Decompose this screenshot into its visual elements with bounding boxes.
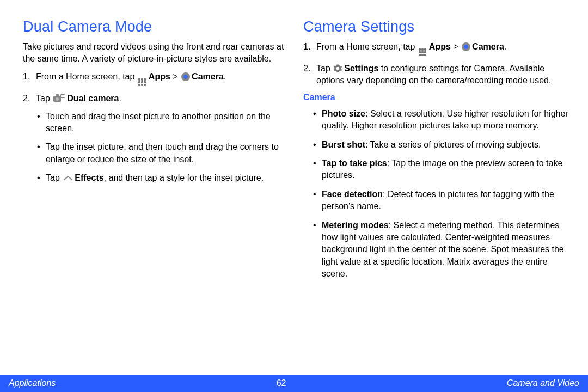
- camera-label: Camera: [472, 42, 504, 51]
- right-step-2: Tap Settings to configure settings for C…: [316, 63, 568, 87]
- text: >: [451, 42, 461, 51]
- camera-options: Photo size: Select a resolution. Use hig…: [303, 108, 568, 280]
- camera-label: Camera: [192, 72, 224, 81]
- text: >: [170, 72, 180, 81]
- right-step-1: From a Home screen, tap Apps > Camera.: [316, 41, 568, 57]
- text: .: [224, 72, 226, 81]
- heading-camera-settings: Camera Settings: [303, 19, 568, 35]
- text: From a Home screen, tap: [36, 72, 137, 81]
- footer-right: Camera and Video: [507, 378, 579, 388]
- text: Tap: [36, 94, 52, 103]
- left-sub-bullets: Touch and drag the inset picture to anot…: [36, 111, 288, 185]
- text: Tap: [46, 173, 62, 182]
- option-photo-size: Photo size: Select a resolution. Use hig…: [322, 108, 568, 132]
- text: Tap: [316, 64, 333, 73]
- text: : Take a series of pictures of moving su…: [365, 140, 541, 149]
- effects-label: Effects: [75, 173, 103, 182]
- text: .: [504, 42, 506, 51]
- left-steps: From a Home screen, tap Apps > Camera. T…: [23, 71, 288, 184]
- page-body: Dual Camera Mode Take pictures and recor…: [0, 0, 588, 370]
- right-steps: From a Home screen, tap Apps > Camera. T…: [303, 41, 568, 87]
- dual-camera-icon: [53, 94, 65, 103]
- label: Photo size: [322, 109, 365, 118]
- bullet: Touch and drag the inset picture to anot…: [46, 111, 288, 135]
- option-face-detection: Face detection: Detect faces in pictures…: [322, 188, 568, 213]
- label: Metering modes: [322, 220, 389, 230]
- dual-camera-label: Dual camera: [67, 94, 119, 103]
- option-burst-shot: Burst shot: Take a series of pictures of…: [322, 139, 568, 151]
- footer-left: Applications: [9, 378, 56, 388]
- footer-page-number: 62: [277, 378, 286, 388]
- apps-grid-icon: [419, 48, 427, 57]
- camera-lens-icon: [181, 72, 190, 81]
- left-step-2: Tap Dual camera. Touch and drag the inse…: [36, 93, 288, 184]
- text: From a Home screen, tap: [316, 42, 418, 51]
- right-column: Camera Settings From a Home screen, tap …: [303, 19, 568, 370]
- label: Face detection: [322, 189, 383, 199]
- text: , and then tap a style for the inset pic…: [104, 173, 264, 182]
- gear-icon: [333, 64, 342, 73]
- heading-dual-camera: Dual Camera Mode: [23, 19, 288, 35]
- left-column: Dual Camera Mode Take pictures and recor…: [23, 19, 288, 370]
- apps-grid-icon: [138, 78, 147, 87]
- label: Burst shot: [322, 140, 365, 149]
- text: .: [119, 94, 121, 103]
- label: Tap to take pics: [322, 158, 387, 168]
- intro-text: Take pictures and record videos using th…: [23, 41, 288, 64]
- camera-subheading: Camera: [303, 93, 568, 102]
- settings-label: Settings: [344, 64, 378, 73]
- option-metering-modes: Metering modes: Select a metering method…: [322, 219, 568, 280]
- apps-label: Apps: [149, 72, 170, 81]
- bullet: Tap the inset picture, and then touch an…: [46, 141, 288, 166]
- apps-label: Apps: [429, 42, 451, 51]
- page-footer: Applications 62 Camera and Video: [0, 375, 588, 392]
- left-step-1: From a Home screen, tap Apps > Camera.: [36, 71, 288, 87]
- bullet: Tap Effects, and then tap a style for th…: [46, 172, 288, 184]
- effects-chevron-icon: [63, 175, 73, 181]
- option-tap-to-take: Tap to take pics: Tap the image on the p…: [322, 157, 568, 182]
- camera-lens-icon: [462, 42, 470, 51]
